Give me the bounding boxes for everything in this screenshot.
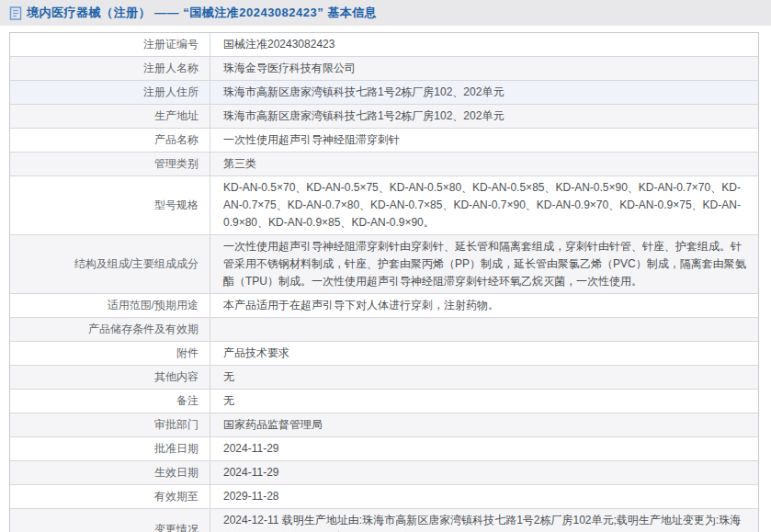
row-value: 2029-11-28 <box>210 485 758 508</box>
row-label: 变更情况 <box>10 509 210 532</box>
table-row: 审批部门 国家药品监督管理局 <box>10 413 758 437</box>
row-label: 注册人住所 <box>10 81 210 104</box>
table-row: 生产地址 珠海市高新区唐家湾镇科技七路1号2栋厂房102、202单元 <box>10 105 758 129</box>
row-label: 生效日期 <box>10 461 210 484</box>
row-label: 备注 <box>10 390 210 413</box>
registration-info-table: 注册证编号 国械注准20243082423 注册人名称 珠海金导医疗科技有限公司… <box>9 32 759 532</box>
table-row: 型号规格 KD-AN-0.5×70、KD-AN-0.5×75、KD-AN-0.5… <box>10 176 758 235</box>
row-label: 注册证编号 <box>10 33 210 56</box>
row-label: 批准日期 <box>10 437 210 460</box>
row-label: 结构及组成/主要组成成分 <box>10 235 210 293</box>
row-value: 无 <box>210 366 758 389</box>
row-label: 产品储存条件及有效期 <box>10 318 210 341</box>
row-value: 无 <box>210 390 758 413</box>
table-row: 批准日期 2024-11-29 <box>10 437 758 461</box>
row-label: 适用范围/预期用途 <box>10 294 210 317</box>
table-row: 管理类别 第三类 <box>10 153 758 176</box>
table-row: 注册证编号 国械注准20243082423 <box>10 33 758 57</box>
row-value: 产品技术要求 <box>210 342 758 365</box>
row-value: 第三类 <box>210 153 758 175</box>
row-label: 型号规格 <box>10 176 210 234</box>
row-value: 珠海市高新区唐家湾镇科技七路1号2栋厂房102、202单元 <box>210 81 758 104</box>
row-value: 国械注准20243082423 <box>210 33 758 56</box>
table-row: 其他内容 无 <box>10 366 758 390</box>
registration-info-page: 境内医疗器械（注册） —— “国械注准20243082423” 基本信息 注册证… <box>0 0 771 532</box>
row-value: 2024-11-29 <box>210 461 758 484</box>
table-row: 注册人住所 珠海市高新区唐家湾镇科技七路1号2栋厂房102、202单元 <box>10 81 758 105</box>
row-value: 本产品适用于在超声引导下对人体进行穿刺，注射药物。 <box>210 294 758 317</box>
row-value: 2024-12-11 载明生产地址由:珠海市高新区唐家湾镇科技七路1号2栋厂房1… <box>210 509 758 532</box>
table-row: 生效日期 2024-11-29 <box>10 461 758 485</box>
row-label: 有效期至 <box>10 485 210 508</box>
page-title: 境内医疗器械（注册） —— “国械注准20243082423” 基本信息 <box>27 5 377 21</box>
table-row: 结构及组成/主要组成成分 一次性使用超声引导神经阻滞穿刺针由穿刺针、延长管和隔离… <box>10 235 758 294</box>
row-value: 珠海金导医疗科技有限公司 <box>210 57 758 80</box>
table-row: 注册人名称 珠海金导医疗科技有限公司 <box>10 57 758 81</box>
row-label: 管理类别 <box>10 153 210 175</box>
table-row: 变更情况 2024-12-11 载明生产地址由:珠海市高新区唐家湾镇科技七路1号… <box>10 509 758 532</box>
document-icon <box>9 6 22 20</box>
row-value: 一次性使用超声引导神经阻滞穿刺针由穿刺针、延长管和隔离套组成，穿刺针由针管、针座… <box>210 235 758 293</box>
table-row: 有效期至 2029-11-28 <box>10 485 758 509</box>
row-label: 生产地址 <box>10 105 210 128</box>
row-value <box>210 318 758 341</box>
table-row: 产品储存条件及有效期 <box>10 318 758 342</box>
row-value: 2024-11-29 <box>210 437 758 460</box>
row-label: 产品名称 <box>10 129 210 152</box>
row-label: 注册人名称 <box>10 57 210 80</box>
row-label: 审批部门 <box>10 413 210 436</box>
row-value: KD-AN-0.5×70、KD-AN-0.5×75、KD-AN-0.5×80、K… <box>210 176 758 234</box>
row-value: 一次性使用超声引导神经阻滞穿刺针 <box>210 129 758 152</box>
table-row: 备注 无 <box>10 390 758 413</box>
table-row: 附件 产品技术要求 <box>10 342 758 366</box>
table-row: 产品名称 一次性使用超声引导神经阻滞穿刺针 <box>10 129 758 153</box>
row-label: 其他内容 <box>10 366 210 389</box>
table-row: 适用范围/预期用途 本产品适用于在超声引导下对人体进行穿刺，注射药物。 <box>10 294 758 318</box>
row-label: 附件 <box>10 342 210 365</box>
row-value: 珠海市高新区唐家湾镇科技七路1号2栋厂房102、202单元 <box>210 105 758 128</box>
row-value: 国家药品监督管理局 <box>210 413 758 436</box>
page-header: 境内医疗器械（注册） —— “国械注准20243082423” 基本信息 <box>0 0 771 26</box>
